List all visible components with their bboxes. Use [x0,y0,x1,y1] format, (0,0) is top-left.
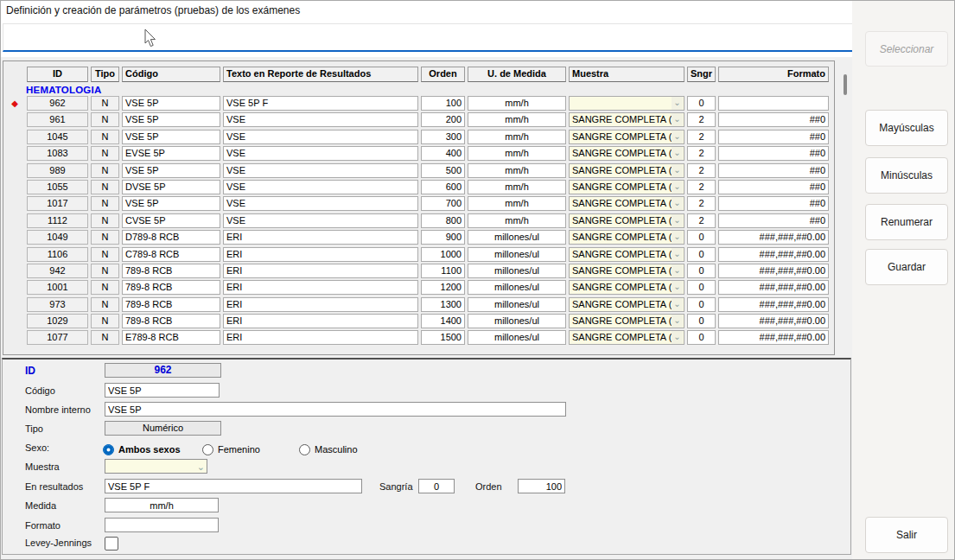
guardar-button[interactable]: Guardar [865,249,948,285]
en-resultados-field[interactable] [105,479,362,493]
table-row[interactable]: 989 N VSE 5P VSE 500 mm/h SANGRE COMPLET… [3,163,834,178]
cell-codigo[interactable]: EVSE 5P [122,146,220,161]
cell-id[interactable]: 989 [27,163,88,178]
cell-codigo[interactable]: VSE 5P [122,96,220,111]
table-row[interactable]: 1017 N VSE 5P VSE 700 mm/h SANGRE COMPLE… [3,196,834,211]
cell-muestra-dropdown[interactable]: SANGRE COMPLETA ( ⌄ [569,280,684,295]
cell-sngr[interactable]: 2 [687,163,716,178]
cell-unidad-medida[interactable]: millones/ul [468,280,566,295]
cell-tipo[interactable]: N [91,264,119,278]
cell-formato[interactable]: ##0 [718,196,829,211]
cell-sngr[interactable]: 2 [687,130,716,144]
cell-unidad-medida[interactable]: millones/ul [468,330,566,345]
cell-tipo[interactable]: N [91,230,119,245]
cell-sngr[interactable]: 0 [687,314,716,328]
cell-unidad-medida[interactable]: mm/h [468,163,566,178]
cell-tipo[interactable]: N [91,314,119,328]
table-row[interactable]: 1083 N EVSE 5P VSE 400 mm/h SANGRE COMPL… [3,146,834,161]
muestra-dropdown[interactable]: ⌄ [105,459,207,474]
cell-tipo[interactable]: N [91,280,119,295]
cell-codigo[interactable]: 789-8 RCB [122,280,220,295]
column-header-id[interactable]: ID [27,67,88,82]
cell-texto-reporte[interactable]: ERI [223,314,418,328]
cell-muestra-dropdown[interactable]: SANGRE COMPLETA ( ⌄ [569,196,684,211]
radio-selected-icon[interactable] [103,444,114,455]
table-scrollbar[interactable] [842,62,849,354]
cell-sngr[interactable]: 0 [687,280,716,295]
cell-codigo[interactable]: VSE 5P [122,130,220,144]
column-header-c-digo[interactable]: Código [122,67,220,82]
column-header-formato[interactable]: Formato [718,67,829,82]
cell-muestra-dropdown[interactable]: SANGRE COMPLETA ( ⌄ [569,130,684,144]
cell-tipo[interactable]: N [91,163,119,178]
cell-tipo[interactable]: N [91,330,119,345]
cell-unidad-medida[interactable]: millones/ul [468,230,566,245]
minusculas-button[interactable]: Minúsculas [865,157,948,194]
cell-id[interactable]: 1077 [27,330,88,345]
cell-formato[interactable]: ##0 [718,112,829,127]
cell-muestra-dropdown[interactable]: SANGRE COMPLETA ( ⌄ [569,163,684,178]
cell-formato[interactable]: ##0 [718,213,829,228]
cell-sngr[interactable]: 0 [687,264,716,278]
cell-muestra-dropdown[interactable]: SANGRE COMPLETA ( ⌄ [569,112,684,127]
cell-tipo[interactable]: N [91,146,119,161]
cell-codigo[interactable]: 789-8 RCB [122,264,220,278]
cell-unidad-medida[interactable]: mm/h [468,180,566,194]
sangria-field[interactable] [418,479,455,493]
cell-unidad-medida[interactable]: mm/h [468,196,566,211]
column-header-muestra[interactable]: Muestra [569,67,684,82]
table-row[interactable]: 1106 N C789-8 RCB ERI 1000 millones/ul S… [3,247,834,262]
cell-unidad-medida[interactable]: millones/ul [468,314,566,328]
cell-sngr[interactable]: 2 [687,196,716,211]
cell-codigo[interactable]: VSE 5P [122,196,220,211]
cell-codigo[interactable]: 789-8 RCB [122,314,220,328]
cell-formato[interactable]: ###,###,##0.00 [718,314,829,328]
cell-formato[interactable]: ###,###,##0.00 [718,230,829,245]
cell-sngr[interactable]: 0 [687,96,716,111]
cell-id[interactable]: 961 [27,112,88,127]
cell-formato[interactable] [718,96,829,111]
cell-formato[interactable]: ###,###,##0.00 [718,330,829,345]
cell-texto-reporte[interactable]: VSE [223,130,418,144]
cell-id[interactable]: 973 [27,297,88,312]
cell-texto-reporte[interactable]: ERI [223,230,418,245]
column-header-u-de-medida[interactable]: U. de Medida [468,67,566,82]
cell-muestra-dropdown[interactable]: SANGRE COMPLETA ( ⌄ [569,314,684,328]
sexo-radio-masculino[interactable]: Masculino [299,441,358,456]
table-row[interactable]: 942 N 789-8 RCB ERI 1100 millones/ul SAN… [3,264,834,278]
cell-id[interactable]: 1017 [27,196,88,211]
cell-unidad-medida[interactable]: mm/h [468,130,566,144]
cell-texto-reporte[interactable]: VSE [223,163,418,178]
cell-orden[interactable]: 200 [421,112,465,127]
cell-texto-reporte[interactable]: ERI [223,264,418,278]
table-row[interactable]: ◆ 962 N VSE 5P VSE 5P F 100 mm/h ⌄ 0 [3,96,834,111]
cell-id[interactable]: 1106 [27,247,88,262]
cell-muestra-dropdown[interactable]: SANGRE COMPLETA ( ⌄ [569,264,684,278]
cell-formato[interactable]: ##0 [718,130,829,144]
scrollbar-thumb[interactable] [844,74,847,95]
cell-orden[interactable]: 1200 [421,280,465,295]
table-row[interactable]: 1049 N D789-8 RCB ERI 900 millones/ul SA… [3,230,834,245]
cell-id[interactable]: 962 [27,96,88,111]
renumerar-button[interactable]: Renumerar [865,204,948,240]
cell-codigo[interactable]: D789-8 RCB [122,230,220,245]
cell-orden[interactable]: 500 [421,163,465,178]
cell-id[interactable]: 1029 [27,314,88,328]
cell-id[interactable]: 1112 [27,213,88,228]
cell-texto-reporte[interactable]: VSE [223,196,418,211]
nombre-interno-field[interactable] [105,402,566,417]
cell-tipo[interactable]: N [91,96,119,111]
cell-sngr[interactable]: 2 [687,146,716,161]
cell-muestra-dropdown[interactable]: SANGRE COMPLETA ( ⌄ [569,146,684,161]
cell-tipo[interactable]: N [91,213,119,228]
cell-unidad-medida[interactable]: mm/h [468,146,566,161]
table-row[interactable]: 1001 N 789-8 RCB ERI 1200 millones/ul SA… [3,280,834,295]
cell-orden[interactable]: 700 [421,196,465,211]
table-row[interactable]: 1045 N VSE 5P VSE 300 mm/h SANGRE COMPLE… [3,130,834,144]
cell-texto-reporte[interactable]: ERI [223,247,418,262]
cell-muestra-dropdown[interactable]: SANGRE COMPLETA ( ⌄ [569,213,684,228]
table-row[interactable]: 1077 N E789-8 RCB ERI 1500 millones/ul S… [3,330,834,345]
cell-orden[interactable]: 800 [421,213,465,228]
column-header-sngr[interactable]: Sngr [687,67,716,82]
levey-jennings-checkbox[interactable] [105,537,118,550]
